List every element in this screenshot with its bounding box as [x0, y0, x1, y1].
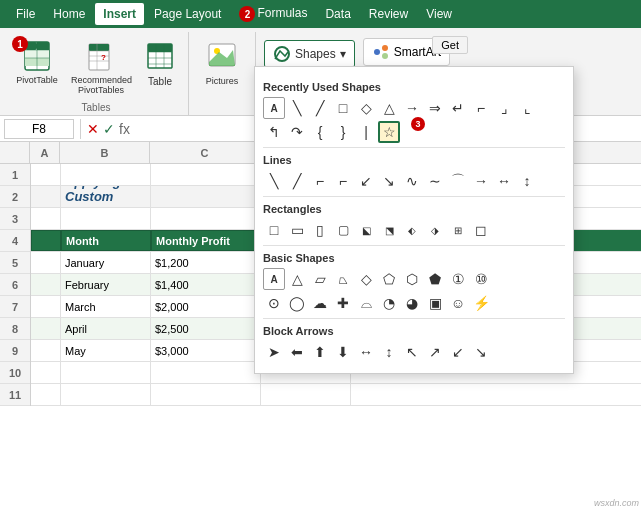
line-straight2[interactable]: ╱: [286, 170, 308, 192]
shape-brace-close[interactable]: }: [332, 121, 354, 143]
shape-double-arrow[interactable]: ⇒: [424, 97, 446, 119]
line-wavy2[interactable]: ∼: [424, 170, 446, 192]
basic-hepta[interactable]: ⬟: [424, 268, 446, 290]
line-angle1[interactable]: ⌐: [309, 170, 331, 192]
block-arrow-ul[interactable]: ↖: [401, 341, 423, 363]
confirm-formula-icon[interactable]: ✓: [103, 121, 115, 137]
rect-rounded[interactable]: ▢: [332, 219, 354, 241]
shape-callout-l[interactable]: ⌟: [493, 97, 515, 119]
block-arrow-l[interactable]: ⬅: [286, 341, 308, 363]
line-wavy1[interactable]: ∿: [401, 170, 423, 192]
basic-cloud[interactable]: ☁: [309, 292, 331, 314]
block-arrow-ud[interactable]: ↕: [378, 341, 400, 363]
cell-3b[interactable]: [61, 208, 151, 229]
cell-11a[interactable]: [31, 384, 61, 405]
rect-1[interactable]: □: [263, 219, 285, 241]
cell-2a[interactable]: [31, 186, 61, 207]
block-arrow-r[interactable]: ➤: [263, 341, 285, 363]
shape-text-a[interactable]: A: [263, 97, 285, 119]
cell-6a[interactable]: [31, 274, 61, 295]
basic-tri[interactable]: △: [286, 268, 308, 290]
cell-10c[interactable]: [151, 362, 261, 383]
cell-7b[interactable]: March: [61, 296, 151, 317]
cell-7c[interactable]: $2,000: [151, 296, 261, 317]
line-arrow3[interactable]: ↕: [516, 170, 538, 192]
basic-block-arc[interactable]: ⌓: [355, 292, 377, 314]
line-angle2[interactable]: ⌐: [332, 170, 354, 192]
basic-chord[interactable]: ◔: [378, 292, 400, 314]
name-box[interactable]: [4, 119, 74, 139]
line-arrow1[interactable]: →: [470, 170, 492, 192]
cell-6c[interactable]: $1,400: [151, 274, 261, 295]
cell-5a[interactable]: [31, 252, 61, 273]
shape-arrow-right[interactable]: →: [401, 97, 423, 119]
cell-10a[interactable]: [31, 362, 61, 383]
basic-para[interactable]: ▱: [309, 268, 331, 290]
menu-home[interactable]: Home: [45, 3, 93, 25]
cell-11b[interactable]: [61, 384, 151, 405]
menu-file[interactable]: File: [8, 3, 43, 25]
basic-cross[interactable]: ✚: [332, 292, 354, 314]
cell-9a[interactable]: [31, 340, 61, 361]
cell-2c[interactable]: [151, 186, 261, 207]
basic-text[interactable]: A: [263, 268, 285, 290]
line-straight[interactable]: ╲: [263, 170, 285, 192]
block-arrow-lr[interactable]: ↔: [355, 341, 377, 363]
cell-7a[interactable]: [31, 296, 61, 317]
cell-1c[interactable]: [151, 164, 261, 185]
menu-insert[interactable]: Insert: [95, 3, 144, 25]
basic-pie[interactable]: ◕: [401, 292, 423, 314]
line-step2[interactable]: ↘: [378, 170, 400, 192]
line-step1[interactable]: ↙: [355, 170, 377, 192]
cell-4b-month[interactable]: Month: [61, 230, 151, 251]
cell-3a[interactable]: [31, 208, 61, 229]
basic-trap[interactable]: ⏢: [332, 268, 354, 290]
basic-circle10[interactable]: ⑩: [470, 268, 492, 290]
block-arrow-ur[interactable]: ↗: [424, 341, 446, 363]
rect-snip2[interactable]: ⬔: [378, 219, 400, 241]
shape-return-arrow[interactable]: ↵: [447, 97, 469, 119]
shape-line1[interactable]: ╲: [286, 97, 308, 119]
cell-9b[interactable]: May: [61, 340, 151, 361]
shape-callout-r[interactable]: ⌞: [516, 97, 538, 119]
shape-brace-open[interactable]: {: [309, 121, 331, 143]
menu-review[interactable]: Review: [361, 3, 416, 25]
cell-1b[interactable]: [61, 164, 151, 185]
basic-oval[interactable]: ⊙: [263, 292, 285, 314]
shape-squiggle[interactable]: ↰: [263, 121, 285, 143]
line-arc[interactable]: ⌒: [447, 170, 469, 192]
pivot-table-button[interactable]: 1 PivotTable: [12, 36, 62, 90]
get-button[interactable]: Get: [432, 36, 468, 54]
rect-double[interactable]: ⊞: [447, 219, 469, 241]
cell-8b[interactable]: April: [61, 318, 151, 339]
cell-5b[interactable]: January: [61, 252, 151, 273]
table-button[interactable]: Table: [140, 36, 180, 91]
basic-diamond[interactable]: ◇: [355, 268, 377, 290]
rect-snip3[interactable]: ⬖: [401, 219, 423, 241]
block-arrow-dl[interactable]: ↙: [447, 341, 469, 363]
cell-1a[interactable]: [31, 164, 61, 185]
menu-data[interactable]: Data: [317, 3, 358, 25]
shape-corner[interactable]: ⌐: [470, 97, 492, 119]
block-arrow-dr[interactable]: ↘: [470, 341, 492, 363]
cell-5c[interactable]: $1,200: [151, 252, 261, 273]
cell-10b[interactable]: [61, 362, 151, 383]
basic-ellipse[interactable]: ◯: [286, 292, 308, 314]
menu-view[interactable]: View: [418, 3, 460, 25]
recommended-pivot-button[interactable]: ? RecommendedPivotTables: [66, 36, 136, 100]
menu-formulas[interactable]: 2Formulas: [231, 2, 315, 26]
shape-curve[interactable]: ↷: [286, 121, 308, 143]
block-arrow-d[interactable]: ⬇: [332, 341, 354, 363]
cell-9c[interactable]: $3,000: [151, 340, 261, 361]
cell-8c[interactable]: $2,500: [151, 318, 261, 339]
cell-6b[interactable]: February: [61, 274, 151, 295]
cell-11d[interactable]: [261, 384, 351, 405]
cell-4a[interactable]: [31, 230, 61, 251]
rect-2[interactable]: ▭: [286, 219, 308, 241]
cell-3c[interactable]: [151, 208, 261, 229]
rect-3[interactable]: ▯: [309, 219, 331, 241]
basic-penta[interactable]: ⬠: [378, 268, 400, 290]
shape-rect[interactable]: □: [332, 97, 354, 119]
cancel-formula-icon[interactable]: ✕: [87, 121, 99, 137]
block-arrow-u[interactable]: ⬆: [309, 341, 331, 363]
